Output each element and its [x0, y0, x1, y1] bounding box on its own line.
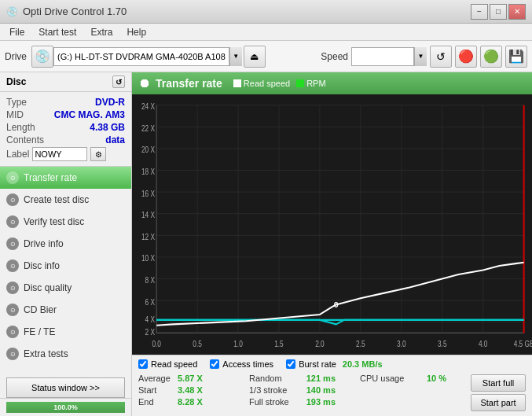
disc-length-value: 4.38 GB: [90, 122, 125, 133]
maximize-button[interactable]: □: [490, 4, 507, 20]
titlebar-controls: − □ ✕: [471, 4, 526, 20]
nav-label-fete: FE / TE: [24, 326, 55, 337]
drive-icon: 💿: [31, 46, 53, 68]
disc-length-row: Length 4.38 GB: [6, 122, 125, 133]
save-button[interactable]: 💾: [505, 46, 527, 68]
chart-title: Transfer rate: [156, 77, 222, 90]
svg-text:18 X: 18 X: [141, 167, 155, 176]
stats-onethird-row: 1/3 stroke 140 ms: [249, 385, 360, 396]
speed-dropdown-arrow[interactable]: ▼: [414, 47, 427, 66]
stats-onethird-label: 1/3 stroke: [249, 385, 300, 395]
drive-dropdown-arrow[interactable]: ▼: [229, 47, 242, 66]
nav-label-extra: Extra tests: [24, 348, 68, 359]
nav-label-disc: Disc info: [24, 260, 60, 271]
svg-text:12 X: 12 X: [141, 232, 155, 241]
status-window-label: Status window >>: [31, 383, 100, 392]
disc-header-label: Disc: [6, 76, 26, 87]
cb-read-speed-input[interactable]: [138, 359, 148, 369]
disc-mid-label: MID: [6, 109, 24, 120]
stats-cpu-row: CPU usage 10 %: [360, 373, 471, 384]
eject-button[interactable]: ⏏: [244, 46, 266, 68]
nav-verify-test-disc[interactable]: ⊙ Verify test disc: [0, 211, 131, 233]
stats-random-value: 121 ms: [300, 374, 336, 383]
start-part-button[interactable]: Start part: [471, 394, 526, 411]
menu-file[interactable]: File: [3, 25, 31, 39]
stats-fullstroke-value: 193 ms: [300, 397, 336, 407]
menu-help[interactable]: Help: [120, 25, 152, 39]
nav-icon-disc: ⊙: [6, 260, 19, 272]
disc-label-input[interactable]: [32, 147, 87, 161]
nav-cd-bier[interactable]: ⊙ CD Bier: [0, 299, 131, 321]
disc-label-row: Label ⚙: [6, 147, 125, 161]
chart-header: ⏺ Transfer rate Read speed RPM: [132, 72, 532, 94]
app-title: Opti Drive Control 1.70: [23, 6, 127, 17]
stats-col-1: Average 5.87 X Start 3.48 X End 8.28 X: [138, 373, 249, 413]
minimize-button[interactable]: −: [471, 4, 488, 20]
disc-refresh-button[interactable]: ↺: [112, 75, 125, 88]
stats-random-label: Random: [249, 374, 300, 383]
stats-end-label: End: [138, 397, 178, 407]
nav-disc-quality[interactable]: ⊙ Disc quality: [0, 277, 131, 299]
checkbox-row: Read speed Access times Burst rate 20.3 …: [138, 357, 526, 371]
chart-legend: Read speed RPM: [233, 79, 326, 88]
nav-disc-info[interactable]: ⊙ Disc info: [0, 255, 131, 277]
drive-dropdown[interactable]: (G:) HL-DT-ST DVDRAM GMA-4020B A108: [53, 47, 229, 66]
svg-text:14 X: 14 X: [141, 210, 155, 219]
disc-type-row: Type DVD-R: [6, 97, 125, 108]
chart-icon: ⏺: [138, 76, 151, 90]
legend-read-speed-icon: [233, 79, 241, 87]
svg-text:3.0: 3.0: [397, 339, 406, 348]
disc-green-button[interactable]: 🟢: [480, 46, 502, 68]
svg-text:10 X: 10 X: [141, 253, 155, 263]
cb-access-times: Access times: [210, 359, 273, 369]
speed-selector[interactable]: ▼: [351, 47, 427, 66]
cb-burst-rate-label: Burst rate: [299, 359, 336, 369]
app-icon: 💿: [6, 6, 18, 17]
legend-rpm: RPM: [296, 79, 325, 88]
start-full-button[interactable]: Start full: [471, 374, 526, 392]
disc-label-button[interactable]: ⚙: [90, 147, 106, 161]
disc-mid-row: MID CMC MAG. AM3: [6, 109, 125, 120]
svg-text:22 X: 22 X: [141, 123, 155, 133]
disc-contents-label: Contents: [6, 134, 44, 145]
nav-fe-te[interactable]: ⊙ FE / TE: [0, 321, 131, 343]
disc-contents-value: data: [105, 134, 125, 145]
svg-text:1.5: 1.5: [274, 339, 284, 348]
stats-cpu-label: CPU usage: [360, 374, 411, 383]
speed-dropdown[interactable]: [351, 47, 414, 66]
stats-col-2: Random 121 ms 1/3 stroke 140 ms Full str…: [249, 373, 360, 413]
nav-transfer-rate[interactable]: ⊙ Transfer rate: [0, 167, 131, 189]
cb-burst-rate-input[interactable]: [286, 359, 295, 369]
speed-refresh-button[interactable]: ↺: [430, 46, 452, 68]
cb-access-times-input[interactable]: [210, 359, 219, 369]
stats-fullstroke-label: Full stroke: [249, 397, 300, 407]
nav-icon-transfer: ⊙: [6, 171, 19, 184]
stats-average-label: Average: [138, 374, 178, 383]
legend-rpm-icon: [296, 79, 304, 87]
svg-text:0.5: 0.5: [193, 339, 202, 348]
menu-extra[interactable]: Extra: [84, 25, 119, 39]
nav-create-test-disc[interactable]: ⊙ Create test disc: [0, 189, 131, 211]
svg-text:4.5 GB: 4.5 GB: [514, 339, 532, 348]
nav-label-create: Create test disc: [24, 194, 89, 205]
nav-icon-drive: ⊙: [6, 237, 19, 250]
titlebar-left: 💿 Opti Drive Control 1.70: [6, 6, 127, 17]
status-window-button[interactable]: Status window >>: [6, 377, 125, 398]
nav-extra-tests[interactable]: ⊙ Extra tests: [0, 343, 131, 365]
speed-label: Speed: [321, 51, 348, 62]
nav-label-quality: Disc quality: [24, 282, 72, 293]
cb-read-speed-label: Read speed: [151, 359, 197, 369]
svg-text:4.0: 4.0: [479, 339, 488, 348]
svg-text:6 X: 6 X: [145, 296, 156, 306]
svg-text:0.0: 0.0: [152, 339, 161, 348]
menu-start-test[interactable]: Start test: [32, 25, 83, 39]
disc-contents-row: Contents data: [6, 134, 125, 145]
stats-onethird-value: 140 ms: [300, 385, 336, 395]
disc-color-button[interactable]: 🔴: [455, 46, 477, 68]
cb-access-times-label: Access times: [222, 359, 273, 369]
drive-selector[interactable]: 💿 (G:) HL-DT-ST DVDRAM GMA-4020B A108 ▼ …: [31, 46, 266, 68]
nav-drive-info[interactable]: ⊙ Drive info: [0, 233, 131, 255]
disc-type-label: Type: [6, 97, 27, 108]
close-button[interactable]: ✕: [508, 4, 526, 20]
sidebar-progress-text: 100.0%: [53, 403, 78, 411]
